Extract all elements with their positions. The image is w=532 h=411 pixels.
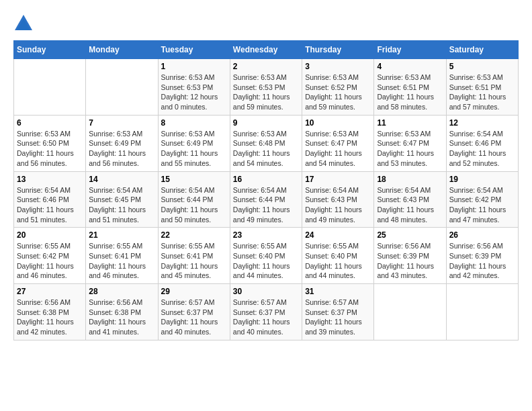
calendar-cell: 5Sunrise: 6:53 AM Sunset: 6:51 PM Daylig… [446,59,518,116]
page-header [13,13,519,34]
day-number: 4 [377,62,443,71]
day-number: 22 [161,230,227,240]
day-number: 5 [449,62,515,71]
day-detail: Sunrise: 6:53 AM Sunset: 6:47 PM Dayligh… [377,129,443,169]
day-detail: Sunrise: 6:54 AM Sunset: 6:42 PM Dayligh… [449,185,515,225]
day-number: 20 [17,230,83,240]
day-detail: Sunrise: 6:54 AM Sunset: 6:43 PM Dayligh… [377,185,443,225]
day-number: 3 [305,62,371,71]
day-number: 7 [89,118,154,128]
day-number: 26 [449,230,515,240]
calendar-cell: 30Sunrise: 6:57 AM Sunset: 6:37 PM Dayli… [230,284,302,340]
day-number: 24 [305,230,371,240]
calendar-cell: 23Sunrise: 6:55 AM Sunset: 6:40 PM Dayli… [230,228,302,284]
day-detail: Sunrise: 6:54 AM Sunset: 6:44 PM Dayligh… [233,185,299,225]
day-number: 28 [89,287,154,296]
day-detail: Sunrise: 6:53 AM Sunset: 6:53 PM Dayligh… [161,73,227,112]
calendar-cell [446,284,518,340]
calendar-cell: 7Sunrise: 6:53 AM Sunset: 6:49 PM Daylig… [86,115,158,171]
day-number: 12 [449,118,515,128]
day-detail: Sunrise: 6:53 AM Sunset: 6:47 PM Dayligh… [305,129,371,169]
calendar-cell: 26Sunrise: 6:56 AM Sunset: 6:39 PM Dayli… [446,228,518,284]
week-row-5: 27Sunrise: 6:56 AM Sunset: 6:38 PM Dayli… [14,284,519,340]
day-detail: Sunrise: 6:53 AM Sunset: 6:49 PM Dayligh… [89,129,154,169]
day-number: 15 [161,175,227,184]
day-detail: Sunrise: 6:54 AM Sunset: 6:45 PM Dayligh… [89,185,154,225]
calendar-cell: 31Sunrise: 6:57 AM Sunset: 6:37 PM Dayli… [302,284,374,340]
day-number: 9 [233,118,299,128]
calendar-cell: 25Sunrise: 6:56 AM Sunset: 6:39 PM Dayli… [374,228,446,284]
day-detail: Sunrise: 6:56 AM Sunset: 6:39 PM Dayligh… [377,241,443,281]
day-detail: Sunrise: 6:55 AM Sunset: 6:40 PM Dayligh… [305,241,371,281]
day-detail: Sunrise: 6:54 AM Sunset: 6:46 PM Dayligh… [17,185,83,225]
day-number: 18 [377,175,443,184]
calendar-table: SundayMondayTuesdayWednesdayThursdayFrid… [13,40,519,340]
day-detail: Sunrise: 6:56 AM Sunset: 6:38 PM Dayligh… [17,298,83,337]
calendar-cell: 6Sunrise: 6:53 AM Sunset: 6:50 PM Daylig… [14,115,86,171]
day-detail: Sunrise: 6:57 AM Sunset: 6:37 PM Dayligh… [161,298,227,337]
day-detail: Sunrise: 6:54 AM Sunset: 6:44 PM Dayligh… [161,185,227,225]
day-number: 6 [17,118,83,128]
day-number: 19 [449,175,515,184]
calendar-cell: 14Sunrise: 6:54 AM Sunset: 6:45 PM Dayli… [86,171,158,228]
header-friday: Friday [374,41,446,59]
day-number: 23 [233,230,299,240]
header-tuesday: Tuesday [158,41,230,59]
day-detail: Sunrise: 6:55 AM Sunset: 6:41 PM Dayligh… [161,241,227,281]
day-detail: Sunrise: 6:53 AM Sunset: 6:52 PM Dayligh… [305,73,371,112]
week-row-4: 20Sunrise: 6:55 AM Sunset: 6:42 PM Dayli… [14,228,519,284]
day-detail: Sunrise: 6:55 AM Sunset: 6:42 PM Dayligh… [17,241,83,281]
logo [13,13,37,34]
day-detail: Sunrise: 6:53 AM Sunset: 6:50 PM Dayligh… [17,129,83,169]
calendar-cell: 29Sunrise: 6:57 AM Sunset: 6:37 PM Dayli… [158,284,230,340]
day-number: 10 [305,118,371,128]
day-number: 14 [89,175,154,184]
calendar-cell: 15Sunrise: 6:54 AM Sunset: 6:44 PM Dayli… [158,171,230,228]
header-thursday: Thursday [302,41,374,59]
calendar-cell: 17Sunrise: 6:54 AM Sunset: 6:43 PM Dayli… [302,171,374,228]
calendar-cell: 4Sunrise: 6:53 AM Sunset: 6:51 PM Daylig… [374,59,446,116]
day-number: 1 [161,62,227,71]
day-detail: Sunrise: 6:53 AM Sunset: 6:49 PM Dayligh… [161,129,227,169]
calendar-cell: 10Sunrise: 6:53 AM Sunset: 6:47 PM Dayli… [302,115,374,171]
day-number: 13 [17,175,83,184]
calendar-cell: 28Sunrise: 6:56 AM Sunset: 6:38 PM Dayli… [86,284,158,340]
calendar-cell: 1Sunrise: 6:53 AM Sunset: 6:53 PM Daylig… [158,59,230,116]
day-detail: Sunrise: 6:56 AM Sunset: 6:38 PM Dayligh… [89,298,154,337]
calendar-cell: 24Sunrise: 6:55 AM Sunset: 6:40 PM Dayli… [302,228,374,284]
calendar-cell [86,59,158,116]
calendar-cell [374,284,446,340]
day-detail: Sunrise: 6:53 AM Sunset: 6:53 PM Dayligh… [233,73,299,112]
calendar-cell: 22Sunrise: 6:55 AM Sunset: 6:41 PM Dayli… [158,228,230,284]
calendar-cell: 16Sunrise: 6:54 AM Sunset: 6:44 PM Dayli… [230,171,302,228]
day-detail: Sunrise: 6:54 AM Sunset: 6:46 PM Dayligh… [449,129,515,169]
day-number: 27 [17,287,83,296]
week-row-3: 13Sunrise: 6:54 AM Sunset: 6:46 PM Dayli… [14,171,519,228]
calendar-cell: 27Sunrise: 6:56 AM Sunset: 6:38 PM Dayli… [14,284,86,340]
day-number: 30 [233,287,299,296]
day-detail: Sunrise: 6:57 AM Sunset: 6:37 PM Dayligh… [233,298,299,337]
day-number: 31 [305,287,371,296]
day-detail: Sunrise: 6:53 AM Sunset: 6:51 PM Dayligh… [449,73,515,112]
calendar-cell: 11Sunrise: 6:53 AM Sunset: 6:47 PM Dayli… [374,115,446,171]
day-number: 11 [377,118,443,128]
day-number: 8 [161,118,227,128]
week-row-1: 1Sunrise: 6:53 AM Sunset: 6:53 PM Daylig… [14,59,519,116]
header-monday: Monday [86,41,158,59]
calendar-cell: 18Sunrise: 6:54 AM Sunset: 6:43 PM Dayli… [374,171,446,228]
calendar-cell: 3Sunrise: 6:53 AM Sunset: 6:52 PM Daylig… [302,59,374,116]
calendar-cell: 8Sunrise: 6:53 AM Sunset: 6:49 PM Daylig… [158,115,230,171]
days-header-row: SundayMondayTuesdayWednesdayThursdayFrid… [14,41,519,59]
calendar-cell: 9Sunrise: 6:53 AM Sunset: 6:48 PM Daylig… [230,115,302,171]
day-detail: Sunrise: 6:55 AM Sunset: 6:41 PM Dayligh… [89,241,154,281]
calendar-cell: 19Sunrise: 6:54 AM Sunset: 6:42 PM Dayli… [446,171,518,228]
day-number: 2 [233,62,299,71]
day-number: 21 [89,230,154,240]
week-row-2: 6Sunrise: 6:53 AM Sunset: 6:50 PM Daylig… [14,115,519,171]
header-wednesday: Wednesday [230,41,302,59]
day-detail: Sunrise: 6:53 AM Sunset: 6:48 PM Dayligh… [233,129,299,169]
header-sunday: Sunday [14,41,86,59]
day-detail: Sunrise: 6:53 AM Sunset: 6:51 PM Dayligh… [377,73,443,112]
day-number: 25 [377,230,443,240]
day-number: 16 [233,175,299,184]
